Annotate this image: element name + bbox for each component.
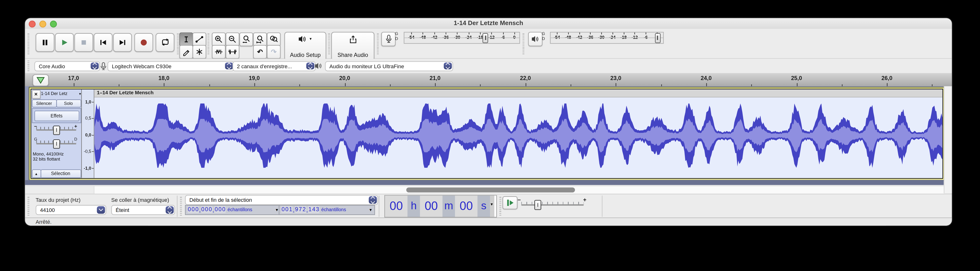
selection-mode-select[interactable]: Début et fin de la sélection (185, 195, 378, 205)
ruler-label: 23,0 (610, 75, 621, 81)
titlebar[interactable]: 1-14 Der Letzte Mensch (25, 18, 952, 29)
meter-scale-label: -30 (598, 35, 604, 39)
selection-fields-grip[interactable] (180, 197, 181, 215)
ruler-tick (345, 83, 345, 86)
time-digit-group[interactable]: 00 (385, 196, 407, 217)
collapse-track-button[interactable]: ▲ (32, 169, 41, 178)
digit: 0 (208, 206, 212, 214)
gain-slider-thumb[interactable] (53, 125, 60, 135)
digit: 0 (188, 206, 191, 214)
selection-start-field[interactable]: 000,000,000échantillons▼ (185, 205, 281, 215)
time-unit-label: m (442, 196, 455, 217)
vertical-scale-label: 1,0 (85, 99, 91, 104)
zoom-window-button[interactable] (50, 21, 57, 28)
clip-header[interactable]: 1–14 Der Letzte Mensch (94, 89, 942, 97)
track-name-menu[interactable]: 1-14 Der Letz ▼ (40, 90, 83, 97)
transport-toolbar-grip[interactable] (27, 32, 29, 54)
effects-button[interactable]: Effets (34, 110, 79, 121)
share-audio-button[interactable]: Share Audio (331, 32, 374, 60)
redo-button[interactable]: ↷ (267, 45, 281, 59)
play-speed-slider[interactable] (521, 204, 584, 206)
minimize-window-button[interactable] (39, 21, 46, 28)
undo-button[interactable]: ↶ (253, 45, 267, 59)
playback-meter[interactable]: -54-48-42-36-30-24-18-12-60 (550, 32, 664, 44)
dropdown-icon: ▼ (369, 208, 372, 212)
vertical-scrollbar[interactable] (944, 86, 952, 193)
recording-meter-button[interactable] (381, 32, 396, 46)
recording-channels-select[interactable]: 2 canaux d'enregistre... (232, 61, 316, 71)
zoom-out-button[interactable] (226, 32, 239, 46)
record-button[interactable] (134, 33, 153, 52)
waveform[interactable] (94, 97, 942, 178)
caret-down-icon: ▼ (78, 92, 81, 96)
timeline-ruler[interactable]: 17,018,019,020,021,022,023,024,025,026,0 (25, 73, 952, 87)
track-select-button[interactable]: Sélection (40, 169, 81, 178)
loop-button[interactable] (156, 33, 174, 52)
horizontal-scrollbar[interactable] (25, 185, 944, 194)
meter-scale-label: -18 (477, 35, 483, 39)
meter-scale-label: -24 (609, 35, 616, 39)
skip-to-start-button[interactable] (94, 33, 113, 52)
close-window-button[interactable] (29, 21, 36, 28)
ruler-label: 25,0 (791, 75, 802, 81)
multi-tool-button[interactable] (192, 45, 206, 59)
recording-device-select[interactable]: Logitech Webcam C930e (108, 61, 234, 71)
stepper-icon (444, 62, 452, 69)
meter-volume-slider-thumb[interactable] (655, 33, 660, 43)
trim-audio-button[interactable] (212, 45, 226, 59)
play-button[interactable] (55, 33, 74, 52)
playback-device-value: Audio du moniteur LG UltraFine (329, 63, 404, 69)
snap-to-combo[interactable]: Éteint (111, 205, 175, 215)
playback-meter-button[interactable] (528, 32, 542, 46)
digit: , (293, 207, 295, 213)
selection-end-field[interactable]: 001,972,143échantillons▼ (279, 205, 375, 215)
vertical-scale[interactable]: 1,00,50,0-0,5-1,0 (81, 89, 94, 178)
device-toolbar-grip[interactable] (27, 60, 29, 71)
solo-button[interactable]: Solo (56, 99, 81, 107)
tools-toolbar-grip[interactable] (177, 32, 178, 54)
meter-volume-slider-thumb[interactable] (483, 33, 488, 43)
time-format-dropdown[interactable]: ▾ (490, 196, 496, 217)
recording-meter[interactable]: -54-48-42-36-30-24-18-12-60 (404, 32, 520, 44)
ruler-tick (299, 84, 300, 86)
audio-setup-button[interactable]: ▼ Audio Setup (284, 32, 326, 60)
zoom-fit-button[interactable] (253, 32, 267, 46)
stop-button[interactable] (74, 33, 93, 52)
close-track-button[interactable]: ✕ (32, 90, 40, 98)
play-speed-slider-thumb[interactable] (535, 200, 541, 210)
playback-device-select[interactable]: Audio du moniteur LG UltraFine (325, 61, 453, 71)
digit: 0 (222, 206, 226, 214)
selection-tool-button[interactable] (180, 32, 193, 46)
play-at-speed-grip[interactable] (500, 197, 501, 215)
meter-tick (557, 33, 557, 35)
effects-label: Effets (51, 113, 62, 118)
draw-tool-button[interactable] (180, 45, 193, 59)
envelope-tool-button[interactable] (192, 32, 206, 46)
time-digit-group[interactable]: 00 (420, 196, 442, 217)
horizontal-scrollbar-thumb[interactable] (406, 188, 575, 192)
pan-slider-thumb[interactable] (53, 139, 60, 148)
zoom-in-button[interactable] (212, 32, 226, 46)
digit: 7 (299, 206, 302, 214)
edit-toolbar-grip[interactable] (207, 32, 209, 54)
selection-toolbar-grip[interactable] (27, 197, 29, 215)
meter-tick (514, 33, 515, 35)
share-toolbar-grip[interactable] (328, 32, 329, 54)
silence-audio-button[interactable] (226, 45, 239, 59)
zoom-selection-button[interactable] (239, 32, 253, 46)
recording-meter-grip[interactable] (377, 32, 379, 54)
zoom-toggle-button[interactable] (267, 32, 281, 46)
toolbar-band: ↶ ↷ ▼ Audio Setup Share Audio GD -54-48-… (25, 29, 952, 58)
ruler-scale[interactable]: 17,018,019,020,021,022,023,024,025,026,0 (25, 73, 952, 86)
meter-scale-label: -12 (632, 35, 638, 39)
mute-button[interactable]: Silencer (32, 99, 57, 107)
audio-position-display[interactable]: 00h00m00s▾ (384, 195, 497, 217)
ruler-tick (164, 83, 165, 86)
audio-host-select[interactable]: Core Audio (35, 61, 100, 71)
time-digit-group[interactable]: 00 (455, 196, 477, 217)
playback-meter-grip[interactable] (523, 32, 524, 54)
project-rate-combo[interactable]: 44100 (36, 205, 107, 215)
pause-button[interactable] (36, 33, 54, 52)
play-at-speed-button[interactable] (503, 196, 517, 209)
skip-to-end-button[interactable] (113, 33, 132, 52)
